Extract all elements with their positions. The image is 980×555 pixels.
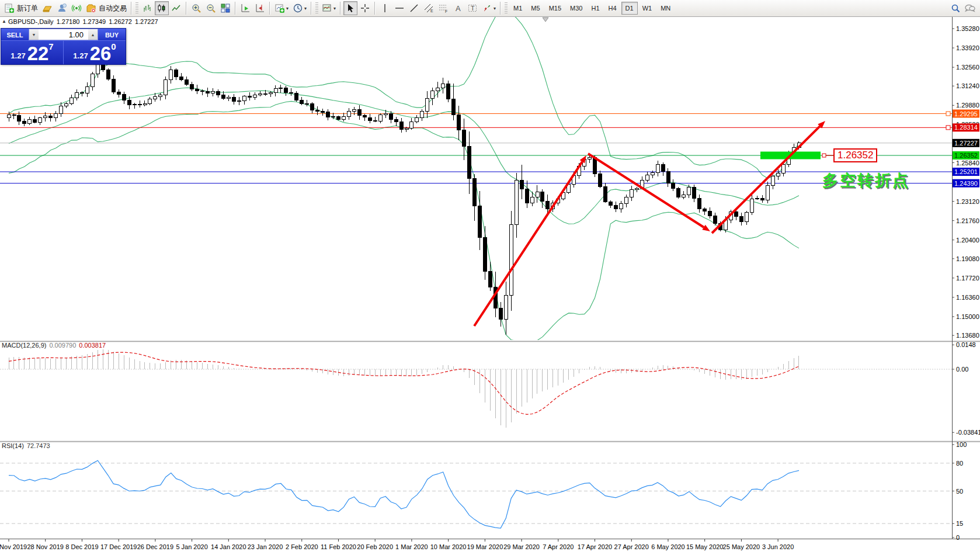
svg-text:1.24390: 1.24390 (954, 180, 978, 187)
toolbar-right-group (948, 1, 978, 15)
svg-text:10 Mar 2020: 10 Mar 2020 (430, 543, 467, 550)
horizontal-line-button[interactable] (392, 1, 406, 15)
timeframe-w1[interactable]: W1 (638, 2, 656, 15)
rsi-levels (0, 463, 952, 523)
chart-shift-button[interactable] (253, 1, 267, 15)
timeframe-group: M1M5M15M30H1H4D1W1MN (509, 2, 675, 15)
macd-title: MACD(12,26,9)0.0097900.003817 (2, 342, 106, 349)
svg-text:15 May 2020: 15 May 2020 (686, 543, 724, 550)
svg-text:19 Nov 2019: 19 Nov 2019 (0, 543, 27, 550)
signals-button[interactable] (69, 1, 84, 15)
toolbar-grip (315, 2, 318, 14)
text-label-icon: T (467, 3, 478, 13)
timeframe-m15[interactable]: M15 (545, 2, 565, 15)
cursor-button[interactable] (343, 1, 357, 15)
chinese-annotation[interactable]: 多空转折点 (822, 170, 910, 191)
date-axis: 19 Nov 201928 Nov 20198 Dec 201917 Dec 2… (0, 539, 794, 550)
sell-price-major: 1.27 (11, 50, 25, 63)
timeframe-h4[interactable]: H4 (604, 2, 621, 15)
new-order-button[interactable]: 新订单 (2, 1, 40, 15)
buy-button[interactable]: BUY (98, 29, 126, 40)
chart-shift-marker[interactable] (543, 18, 548, 22)
vertical-line-button[interactable] (378, 1, 392, 15)
timeframe-h1[interactable]: H1 (587, 2, 603, 15)
text-label-button[interactable]: T (465, 1, 479, 15)
candlestick-chart-button[interactable] (155, 1, 169, 15)
trendline-button[interactable] (407, 1, 421, 15)
auto-scroll-button[interactable] (238, 1, 252, 15)
macd-signal-line (9, 352, 799, 414)
svg-text:26 Dec 2019: 26 Dec 2019 (137, 543, 173, 550)
svg-text:80: 80 (956, 460, 963, 467)
chat-button[interactable] (962, 1, 978, 15)
svg-text:3 Jun 2020: 3 Jun 2020 (762, 543, 794, 550)
toolbar-separator (235, 2, 236, 15)
panel-collapse-icon[interactable]: ▲ (2, 19, 6, 24)
svg-text:2 Feb 2020: 2 Feb 2020 (286, 543, 318, 550)
sell-price[interactable]: 1.27227 (1, 41, 63, 64)
vertical-line-icon (380, 3, 390, 13)
arrows-button[interactable]: ▾ (480, 1, 498, 15)
templates-button[interactable]: ▾ (320, 1, 338, 15)
line-chart-button[interactable] (169, 1, 183, 15)
svg-text:29 Mar 2020: 29 Mar 2020 (503, 543, 540, 550)
timeframe-m5[interactable]: M5 (527, 2, 544, 15)
zoom-in-button[interactable] (189, 1, 203, 15)
macd-axis: 0.01480.00-0.038415 (952, 341, 980, 436)
signals-icon (71, 3, 82, 13)
horizontal-level-lines[interactable] (0, 113, 952, 183)
new-chart-button[interactable]: ▾ (273, 1, 290, 15)
text-icon: A (453, 3, 463, 13)
buy-price-point: 0 (111, 42, 116, 51)
chat-icon (964, 3, 976, 13)
crosshair-button[interactable] (358, 1, 372, 15)
fibonacci-button[interactable]: F (436, 1, 450, 15)
svg-text:25 May 2020: 25 May 2020 (723, 543, 760, 550)
templates-icon (322, 3, 332, 13)
price-level-callout[interactable]: 1.26352 (833, 148, 877, 162)
svg-text:1.17720: 1.17720 (956, 275, 979, 282)
toolbar-separator (131, 2, 132, 15)
tile-windows-button[interactable] (218, 1, 232, 15)
volume-increase-button[interactable]: ▲ (88, 29, 98, 40)
community-button[interactable] (55, 1, 69, 15)
timeframe-d1[interactable]: D1 (621, 2, 638, 15)
svg-text:20 Feb 2020: 20 Feb 2020 (357, 543, 393, 550)
svg-text:28 Nov 2019: 28 Nov 2019 (27, 543, 64, 550)
timeframe-m1[interactable]: M1 (509, 2, 526, 15)
svg-text:T: T (471, 5, 475, 12)
mt4-window: 新订单 自动交易 (0, 0, 980, 555)
autotrading-icon (86, 3, 96, 13)
svg-text:1.31240: 1.31240 (956, 82, 979, 89)
bar-chart-button[interactable] (140, 1, 154, 15)
search-button[interactable] (948, 1, 962, 15)
periods-clock-icon (293, 3, 303, 13)
cursor-icon (345, 3, 356, 13)
market-button[interactable] (40, 1, 54, 15)
community-icon (57, 3, 67, 13)
autotrading-button[interactable]: 自动交易 (84, 1, 128, 15)
volume-decrease-button[interactable]: ▼ (29, 29, 39, 40)
dropdown-caret-icon: ▾ (286, 6, 289, 11)
svg-text:11 Feb 2020: 11 Feb 2020 (321, 543, 356, 550)
buy-price[interactable]: 1.27260 (63, 41, 126, 64)
svg-text:1.19080: 1.19080 (956, 255, 979, 262)
periods-button[interactable]: ▾ (291, 1, 308, 15)
equidistant-channel-button[interactable]: E (422, 1, 436, 15)
sell-button[interactable]: SELL (1, 29, 29, 40)
svg-text:5 Jan 2020: 5 Jan 2020 (176, 543, 207, 550)
svg-text:1.33920: 1.33920 (956, 44, 979, 51)
chart-shift-icon (255, 3, 265, 13)
svg-text:1.28314: 1.28314 (954, 124, 978, 131)
timeframe-m30[interactable]: M30 (566, 2, 586, 15)
timeframe-mn[interactable]: MN (656, 2, 675, 15)
svg-text:6 May 2020: 6 May 2020 (651, 543, 684, 550)
buy-price-major: 1.27 (73, 50, 88, 63)
toolbar-grip (135, 2, 138, 14)
zoom-out-button[interactable] (204, 1, 218, 15)
svg-text:1 Mar 2020: 1 Mar 2020 (395, 543, 428, 550)
text-button[interactable]: A (451, 1, 465, 15)
new-order-label: 新订单 (17, 4, 38, 13)
volume-input[interactable] (39, 29, 88, 40)
svg-text:1.15000: 1.15000 (956, 313, 979, 320)
